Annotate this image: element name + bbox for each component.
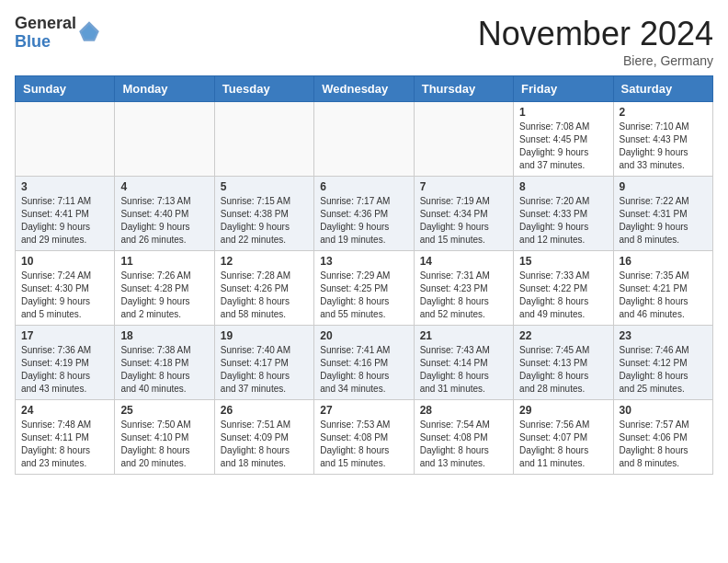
day-number: 2 xyxy=(620,106,707,119)
day-info: Sunrise: 7:28 AM Sunset: 4:26 PM Dayligh… xyxy=(221,270,308,321)
logo-blue: Blue xyxy=(15,33,76,52)
day-info: Sunrise: 7:53 AM Sunset: 4:08 PM Dayligh… xyxy=(320,419,407,470)
week-row-3: 10Sunrise: 7:24 AM Sunset: 4:30 PM Dayli… xyxy=(16,251,713,326)
week-row-1: 1Sunrise: 7:08 AM Sunset: 4:45 PM Daylig… xyxy=(16,102,713,177)
day-number: 28 xyxy=(420,404,507,417)
day-info: Sunrise: 7:56 AM Sunset: 4:07 PM Dayligh… xyxy=(519,419,607,470)
day-cell-25: 25Sunrise: 7:50 AM Sunset: 4:10 PM Dayli… xyxy=(115,400,214,475)
day-number: 24 xyxy=(21,404,108,417)
day-number: 17 xyxy=(21,329,108,342)
day-number: 6 xyxy=(320,180,407,193)
day-info: Sunrise: 7:35 AM Sunset: 4:21 PM Dayligh… xyxy=(620,270,707,321)
day-cell-12: 12Sunrise: 7:28 AM Sunset: 4:26 PM Dayli… xyxy=(214,251,313,326)
day-number: 25 xyxy=(120,404,208,417)
day-cell-23: 23Sunrise: 7:46 AM Sunset: 4:12 PM Dayli… xyxy=(613,326,712,400)
day-number: 5 xyxy=(221,180,308,193)
day-info: Sunrise: 7:20 AM Sunset: 4:33 PM Dayligh… xyxy=(519,195,607,247)
day-cell-8: 8Sunrise: 7:20 AM Sunset: 4:33 PM Daylig… xyxy=(514,177,613,251)
day-info: Sunrise: 7:48 AM Sunset: 4:11 PM Dayligh… xyxy=(21,419,108,470)
empty-cell xyxy=(115,102,214,177)
day-cell-11: 11Sunrise: 7:26 AM Sunset: 4:28 PM Dayli… xyxy=(115,251,214,326)
day-number: 27 xyxy=(320,404,407,417)
day-info: Sunrise: 7:57 AM Sunset: 4:06 PM Dayligh… xyxy=(620,419,707,470)
week-row-4: 17Sunrise: 7:36 AM Sunset: 4:19 PM Dayli… xyxy=(16,326,713,400)
day-number: 10 xyxy=(21,255,108,268)
day-info: Sunrise: 7:45 AM Sunset: 4:13 PM Dayligh… xyxy=(519,344,607,396)
day-cell-5: 5Sunrise: 7:15 AM Sunset: 4:38 PM Daylig… xyxy=(214,177,313,251)
day-cell-4: 4Sunrise: 7:13 AM Sunset: 4:40 PM Daylig… xyxy=(115,177,214,251)
day-cell-9: 9Sunrise: 7:22 AM Sunset: 4:31 PM Daylig… xyxy=(613,177,712,251)
col-header-friday: Friday xyxy=(514,76,613,102)
day-info: Sunrise: 7:38 AM Sunset: 4:18 PM Dayligh… xyxy=(120,344,208,396)
day-info: Sunrise: 7:15 AM Sunset: 4:38 PM Dayligh… xyxy=(221,195,308,247)
day-info: Sunrise: 7:24 AM Sunset: 4:30 PM Dayligh… xyxy=(21,270,108,321)
col-header-tuesday: Tuesday xyxy=(214,76,313,102)
day-info: Sunrise: 7:31 AM Sunset: 4:23 PM Dayligh… xyxy=(420,270,507,321)
day-cell-19: 19Sunrise: 7:40 AM Sunset: 4:17 PM Dayli… xyxy=(214,326,313,400)
empty-cell xyxy=(16,102,115,177)
day-info: Sunrise: 7:17 AM Sunset: 4:36 PM Dayligh… xyxy=(320,195,407,247)
header-row: SundayMondayTuesdayWednesdayThursdayFrid… xyxy=(16,76,713,102)
day-number: 3 xyxy=(21,180,108,193)
col-header-wednesday: Wednesday xyxy=(314,76,414,102)
day-cell-7: 7Sunrise: 7:19 AM Sunset: 4:34 PM Daylig… xyxy=(414,177,513,251)
day-cell-30: 30Sunrise: 7:57 AM Sunset: 4:06 PM Dayli… xyxy=(613,400,712,475)
day-info: Sunrise: 7:40 AM Sunset: 4:17 PM Dayligh… xyxy=(221,344,308,396)
day-number: 21 xyxy=(420,329,507,342)
day-number: 13 xyxy=(320,255,407,268)
empty-cell xyxy=(314,102,414,177)
day-number: 29 xyxy=(519,404,607,417)
day-cell-6: 6Sunrise: 7:17 AM Sunset: 4:36 PM Daylig… xyxy=(314,177,414,251)
day-cell-27: 27Sunrise: 7:53 AM Sunset: 4:08 PM Dayli… xyxy=(314,400,414,475)
day-number: 9 xyxy=(620,180,707,193)
day-number: 8 xyxy=(519,180,607,193)
day-number: 4 xyxy=(120,180,208,193)
day-number: 19 xyxy=(221,329,308,342)
day-number: 20 xyxy=(320,329,407,342)
calendar-table: SundayMondayTuesdayWednesdayThursdayFrid… xyxy=(15,75,713,475)
day-number: 1 xyxy=(519,106,607,119)
col-header-thursday: Thursday xyxy=(414,76,513,102)
day-cell-10: 10Sunrise: 7:24 AM Sunset: 4:30 PM Dayli… xyxy=(16,251,115,326)
day-number: 22 xyxy=(519,329,607,342)
day-number: 16 xyxy=(620,255,707,268)
day-cell-13: 13Sunrise: 7:29 AM Sunset: 4:25 PM Dayli… xyxy=(314,251,414,326)
location: Biere, Germany xyxy=(478,53,713,68)
day-number: 11 xyxy=(120,255,208,268)
day-info: Sunrise: 7:26 AM Sunset: 4:28 PM Dayligh… xyxy=(120,270,208,321)
day-cell-29: 29Sunrise: 7:56 AM Sunset: 4:07 PM Dayli… xyxy=(514,400,613,475)
week-row-2: 3Sunrise: 7:11 AM Sunset: 4:41 PM Daylig… xyxy=(16,177,713,251)
month-title: November 2024 xyxy=(478,15,713,53)
day-info: Sunrise: 7:08 AM Sunset: 4:45 PM Dayligh… xyxy=(519,121,607,172)
day-info: Sunrise: 7:29 AM Sunset: 4:25 PM Dayligh… xyxy=(320,270,407,321)
day-cell-26: 26Sunrise: 7:51 AM Sunset: 4:09 PM Dayli… xyxy=(214,400,313,475)
day-cell-18: 18Sunrise: 7:38 AM Sunset: 4:18 PM Dayli… xyxy=(115,326,214,400)
day-info: Sunrise: 7:13 AM Sunset: 4:40 PM Dayligh… xyxy=(120,195,208,247)
logo-icon xyxy=(78,20,100,42)
empty-cell xyxy=(214,102,313,177)
day-number: 7 xyxy=(420,180,507,193)
col-header-monday: Monday xyxy=(115,76,214,102)
day-number: 30 xyxy=(620,404,707,417)
col-header-sunday: Sunday xyxy=(16,76,115,102)
day-cell-24: 24Sunrise: 7:48 AM Sunset: 4:11 PM Dayli… xyxy=(16,400,115,475)
page-header: General Blue November 2024 Biere, German… xyxy=(15,15,713,68)
day-info: Sunrise: 7:51 AM Sunset: 4:09 PM Dayligh… xyxy=(221,419,308,470)
day-number: 18 xyxy=(120,329,208,342)
day-info: Sunrise: 7:46 AM Sunset: 4:12 PM Dayligh… xyxy=(620,344,707,396)
day-cell-1: 1Sunrise: 7:08 AM Sunset: 4:45 PM Daylig… xyxy=(514,102,613,177)
week-row-5: 24Sunrise: 7:48 AM Sunset: 4:11 PM Dayli… xyxy=(16,400,713,475)
empty-cell xyxy=(414,102,513,177)
day-number: 23 xyxy=(620,329,707,342)
day-cell-28: 28Sunrise: 7:54 AM Sunset: 4:08 PM Dayli… xyxy=(414,400,513,475)
day-info: Sunrise: 7:36 AM Sunset: 4:19 PM Dayligh… xyxy=(21,344,108,396)
day-cell-20: 20Sunrise: 7:41 AM Sunset: 4:16 PM Dayli… xyxy=(314,326,414,400)
day-number: 14 xyxy=(420,255,507,268)
day-info: Sunrise: 7:50 AM Sunset: 4:10 PM Dayligh… xyxy=(120,419,208,470)
day-cell-21: 21Sunrise: 7:43 AM Sunset: 4:14 PM Dayli… xyxy=(414,326,513,400)
day-info: Sunrise: 7:10 AM Sunset: 4:43 PM Dayligh… xyxy=(620,121,707,172)
day-cell-16: 16Sunrise: 7:35 AM Sunset: 4:21 PM Dayli… xyxy=(613,251,712,326)
day-cell-3: 3Sunrise: 7:11 AM Sunset: 4:41 PM Daylig… xyxy=(16,177,115,251)
day-info: Sunrise: 7:22 AM Sunset: 4:31 PM Dayligh… xyxy=(620,195,707,247)
day-info: Sunrise: 7:19 AM Sunset: 4:34 PM Dayligh… xyxy=(420,195,507,247)
